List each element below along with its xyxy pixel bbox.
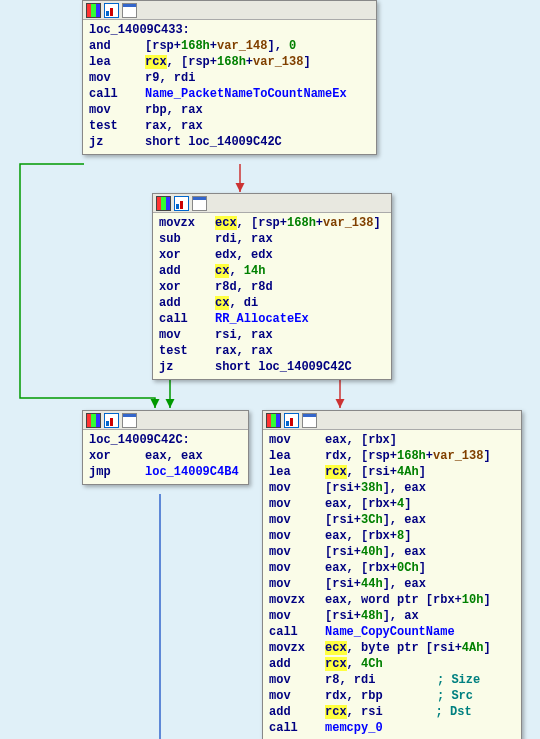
disasm-block-4[interactable]: moveax, [rbx] leardx, [rsp+168h+var_138]… [262,410,522,739]
window-icon[interactable] [302,413,317,428]
disasm-body: loc_14009C433: and[rsp+168h+var_148], 0 … [83,20,376,154]
color-mode-icon[interactable] [266,413,281,428]
block-header [83,1,376,20]
disasm-body: moveax, [rbx] leardx, [rsp+168h+var_138]… [263,430,521,739]
chart-icon[interactable] [104,413,119,428]
chart-icon[interactable] [174,196,189,211]
disasm-block-2[interactable]: movzxecx, [rsp+168h+var_138] subrdi, rax… [152,193,392,380]
chart-icon[interactable] [104,3,119,18]
chart-icon[interactable] [284,413,299,428]
color-mode-icon[interactable] [86,413,101,428]
window-icon[interactable] [122,413,137,428]
block-header [153,194,391,213]
disasm-block-3[interactable]: loc_14009C42C: xoreax, eax jmploc_14009C… [82,410,249,485]
disasm-body: loc_14009C42C: xoreax, eax jmploc_14009C… [83,430,248,484]
window-icon[interactable] [192,196,207,211]
block-header [83,411,248,430]
color-mode-icon[interactable] [156,196,171,211]
window-icon[interactable] [122,3,137,18]
color-mode-icon[interactable] [86,3,101,18]
label: loc_14009C433: [89,22,370,38]
label: loc_14009C42C: [89,432,242,448]
block-header [263,411,521,430]
disasm-block-1[interactable]: loc_14009C433: and[rsp+168h+var_148], 0 … [82,0,377,155]
disasm-body: movzxecx, [rsp+168h+var_138] subrdi, rax… [153,213,391,379]
